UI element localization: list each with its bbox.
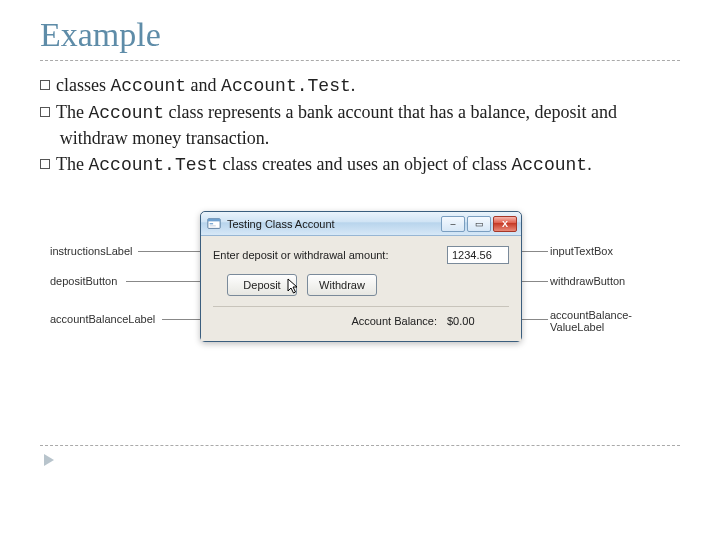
annot-line	[522, 319, 548, 320]
text: The	[56, 154, 88, 174]
deposit-button[interactable]: Deposit	[227, 274, 297, 296]
instructions-label: Enter deposit or withdrawal amount:	[213, 249, 447, 261]
annot-line	[522, 281, 548, 282]
svg-rect-1	[208, 218, 220, 221]
text: class creates and uses an object of clas…	[218, 154, 511, 174]
bullet-icon	[40, 159, 50, 169]
titlebar[interactable]: Testing Class Account – ▭ X	[201, 212, 521, 236]
svg-rect-2	[210, 223, 214, 224]
text: The	[56, 102, 88, 122]
code-text: Account	[88, 103, 164, 123]
play-icon	[44, 454, 54, 466]
svg-rect-3	[210, 225, 216, 226]
annot-withdraw-button: withdrawButton	[550, 275, 625, 287]
amount-input[interactable]	[447, 246, 509, 264]
minimize-button[interactable]: –	[441, 216, 465, 232]
dialog-window: Testing Class Account – ▭ X Enter deposi…	[200, 211, 522, 342]
figure: instructionsLabel depositButton accountB…	[50, 205, 670, 385]
annot-line	[138, 251, 200, 252]
code-text: Account	[512, 155, 588, 175]
annot-deposit-button: depositButton	[50, 275, 117, 287]
annot-line	[522, 251, 548, 252]
account-balance-label: Account Balance:	[213, 315, 447, 327]
annot-account-balance-label: accountBalanceLabel	[50, 313, 155, 325]
text: classes	[56, 75, 110, 95]
dialog-title: Testing Class Account	[227, 218, 435, 230]
account-balance-value: $0.00	[447, 315, 509, 327]
maximize-button[interactable]: ▭	[467, 216, 491, 232]
close-icon: X	[502, 219, 508, 229]
maximize-icon: ▭	[475, 219, 484, 229]
annot-account-balance-value-label: accountBalance- ValueLabel	[550, 309, 632, 333]
annot-instructions-label: instructionsLabel	[50, 245, 133, 257]
code-text: Account.Test	[221, 76, 351, 96]
dialog-body: Enter deposit or withdrawal amount: Depo…	[201, 236, 521, 341]
title-divider	[40, 60, 680, 61]
page-title: Example	[40, 16, 680, 54]
minimize-icon: –	[450, 219, 455, 229]
footer-divider	[40, 445, 680, 446]
separator	[213, 306, 509, 307]
annot-line	[162, 319, 200, 320]
annot-input-textbox: inputTextBox	[550, 245, 613, 257]
code-text: Account.Test	[88, 155, 218, 175]
bullet-icon	[40, 107, 50, 117]
withdraw-button[interactable]: Withdraw	[307, 274, 377, 296]
bullet-2: The Account class represents a bank acco…	[40, 100, 680, 150]
annot-line	[126, 281, 200, 282]
text: .	[587, 154, 592, 174]
close-button[interactable]: X	[493, 216, 517, 232]
bullet-icon	[40, 80, 50, 90]
code-text: Account	[110, 76, 186, 96]
text: .	[351, 75, 356, 95]
app-icon	[207, 217, 221, 231]
bullet-1: classes Account and Account.Test.	[40, 73, 680, 98]
text: and	[186, 75, 221, 95]
bullet-list: classes Account and Account.Test. The Ac…	[40, 73, 680, 177]
bullet-3: The Account.Test class creates and uses …	[40, 152, 680, 177]
